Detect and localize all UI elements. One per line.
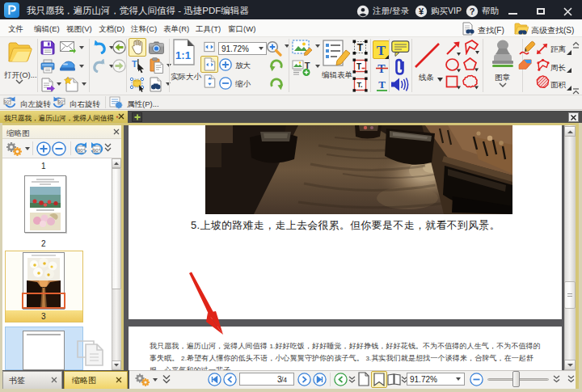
svg-text:¥: ¥ bbox=[419, 6, 424, 16]
svg-text:90°: 90° bbox=[58, 99, 65, 104]
svg-text:T: T bbox=[378, 78, 386, 91]
svg-text:T.: T. bbox=[356, 81, 362, 89]
svg-text:1:1: 1:1 bbox=[175, 49, 191, 61]
svg-text:T: T bbox=[377, 63, 386, 75]
svg-text:T: T bbox=[377, 43, 386, 58]
svg-text:90°: 90° bbox=[93, 148, 101, 153]
svg-text:90°: 90° bbox=[78, 148, 86, 153]
svg-text:90°: 90° bbox=[4, 99, 11, 104]
svg-text:?: ? bbox=[470, 6, 475, 16]
svg-text:T: T bbox=[357, 42, 364, 53]
svg-text:T: T bbox=[132, 59, 137, 69]
svg-text:T: T bbox=[356, 62, 361, 71]
